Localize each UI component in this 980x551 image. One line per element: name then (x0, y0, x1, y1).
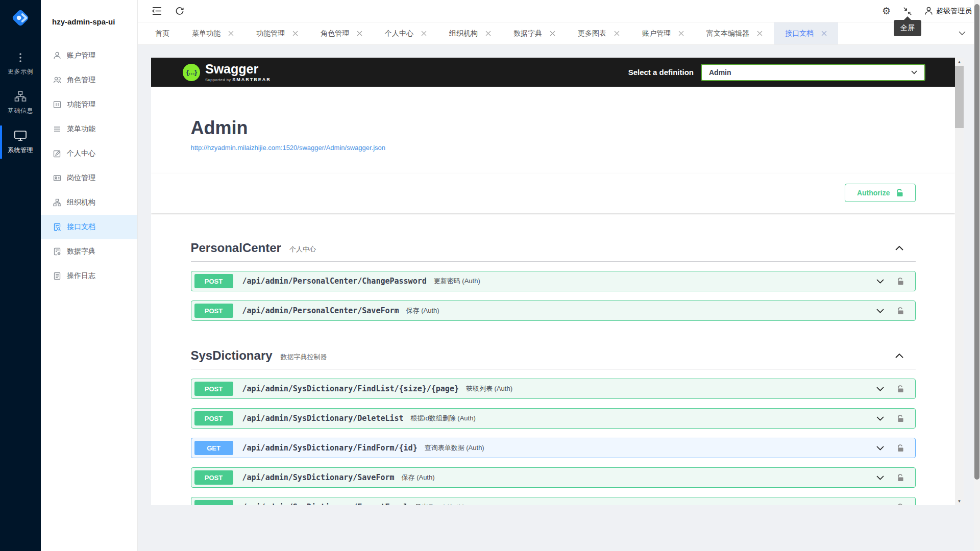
tab-label: 个人中心 (385, 29, 413, 38)
swagger-info: Admin http://hzyadmin.milaizhijie.com:15… (181, 87, 926, 152)
lock-icon[interactable] (897, 474, 904, 482)
sidebar-item-menus[interactable]: 菜单功能 (41, 117, 137, 141)
method-badge: POST (194, 304, 233, 318)
sidebar-item-label: 接口文档 (67, 222, 95, 232)
sidebar-item-accounts[interactable]: 账户管理 (41, 43, 137, 68)
left-rail: 更多示例 基础信息 系统管理 (0, 0, 41, 551)
endpoint-summary: 根据id数组删除 (Auth) (411, 414, 476, 423)
tab-more-charts[interactable]: 更多图表 (567, 22, 631, 44)
endpoint-row[interactable]: POST /api/admin/SysDictionary/ExportExce… (191, 497, 916, 505)
tab-close-icon[interactable] (821, 31, 827, 36)
lock-icon[interactable] (897, 444, 904, 452)
chevron-down-icon[interactable] (876, 475, 884, 480)
app-logo[interactable] (9, 6, 32, 30)
chevron-down-icon[interactable] (876, 279, 884, 284)
sidebar-item-label: 数据字典 (67, 247, 95, 256)
sidebar-item-personal-center[interactable]: 个人中心 (41, 141, 137, 166)
scroll-down-arrow-icon[interactable]: ▼ (955, 497, 964, 505)
endpoint-row[interactable]: GET /api/admin/SysDictionary/FindForm/{i… (191, 438, 916, 458)
swagger-logo-icon: {…} (183, 64, 200, 81)
tab-feature-mgmt[interactable]: 功能管理 (245, 22, 309, 44)
tab-close-icon[interactable] (357, 31, 362, 36)
sidebar-item-roles[interactable]: 角色管理 (41, 68, 137, 92)
endpoint-row[interactable]: POST /api/admin/PersonalCenter/SaveForm … (191, 300, 916, 321)
tab-personal-center[interactable]: 个人中心 (374, 22, 438, 44)
tab-close-icon[interactable] (228, 31, 234, 36)
sidebar-item-label: 组织机构 (67, 198, 95, 207)
window-scrollbar[interactable] (974, 0, 980, 551)
tab-menu-features[interactable]: 菜单功能 (181, 22, 245, 44)
window-scrollbar-thumb[interactable] (974, 4, 979, 480)
rail-group-basic-info[interactable]: 基础信息 (0, 83, 41, 122)
collapse-sidebar-icon[interactable] (152, 7, 162, 15)
doc-dict-icon (53, 247, 61, 256)
tag-description: 数据字典控制器 (281, 353, 327, 362)
tab-rich-text-editor[interactable]: 富文本编辑器 (695, 22, 774, 44)
lock-icon[interactable] (897, 307, 904, 315)
tag-header[interactable]: SysDictionary 数据字典控制器 (191, 348, 916, 369)
lock-icon[interactable] (897, 385, 904, 393)
sidebar-item-operation-logs[interactable]: 操作日志 (41, 264, 137, 288)
lock-icon[interactable] (897, 415, 904, 422)
authorize-button[interactable]: Authorize (845, 184, 916, 202)
chevron-down-icon[interactable] (876, 387, 884, 391)
refresh-icon[interactable] (175, 7, 184, 16)
tab-dictionary[interactable]: 数据字典 (502, 22, 567, 44)
lock-icon[interactable] (897, 504, 904, 506)
sidebar-item-organization[interactable]: 组织机构 (41, 190, 137, 215)
tab-label: 首页 (155, 29, 169, 38)
sidebar-item-dictionary[interactable]: 数据字典 (41, 239, 137, 264)
tag-name: PersonalCenter (191, 241, 281, 255)
sidebar-item-label: 功能管理 (67, 100, 95, 109)
tab-label: 功能管理 (256, 29, 285, 38)
fullscreen-toggle-icon[interactable]: 全屏 (903, 7, 912, 16)
endpoint-summary: 保存 (Auth) (406, 306, 439, 315)
rail-group-more-examples[interactable]: 更多示例 (0, 45, 41, 83)
chevron-up-icon[interactable] (895, 353, 916, 358)
tab-close-icon[interactable] (485, 31, 491, 36)
sidebar-item-features[interactable]: 功能管理 (41, 92, 137, 117)
scroll-up-arrow-icon[interactable]: ▲ (955, 58, 964, 66)
tab-api-docs[interactable]: 接口文档 (774, 22, 838, 44)
more-dots-icon (15, 52, 26, 63)
swagger-tagline: Supported by SMARTBEAR (205, 77, 271, 82)
tab-close-icon[interactable] (757, 31, 763, 36)
rail-group-system-mgmt[interactable]: 系统管理 (0, 122, 41, 162)
spec-url-link[interactable]: http://hzyadmin.milaizhijie.com:1520/swa… (191, 144, 386, 152)
endpoint-row[interactable]: POST /api/admin/SysDictionary/SaveForm 保… (191, 467, 916, 488)
tag-header[interactable]: PersonalCenter 个人中心 (191, 241, 916, 262)
tab-close-icon[interactable] (614, 31, 620, 36)
endpoint-path: /api/admin/SysDictionary/ExportExcel (242, 503, 408, 505)
endpoint-row[interactable]: POST /api/admin/SysDictionary/FindList/{… (191, 379, 916, 399)
chevron-down-icon[interactable] (876, 416, 884, 421)
tab-close-icon[interactable] (678, 31, 684, 36)
swagger-logo: {…} Swagger Supported by SMARTBEAR (183, 63, 271, 82)
sidebar: hzy-admin-spa-ui 账户管理 角色管理 功能管理 (41, 0, 138, 551)
tab-account-mgmt[interactable]: 账户管理 (631, 22, 695, 44)
chevron-up-icon[interactable] (895, 245, 916, 251)
chevron-down-icon[interactable] (876, 505, 884, 506)
tab-close-icon[interactable] (550, 31, 555, 36)
sidebar-item-api-docs[interactable]: 接口文档 (41, 215, 137, 239)
endpoint-row[interactable]: POST /api/admin/PersonalCenter/ChangePas… (191, 271, 916, 291)
iframe-scrollbar[interactable]: ▲ ▼ (955, 58, 964, 505)
tab-role-mgmt[interactable]: 角色管理 (309, 22, 374, 44)
endpoint-summary: 查询表单数据 (Auth) (425, 443, 484, 453)
sidebar-item-positions[interactable]: 岗位管理 (41, 166, 137, 190)
unlock-icon (896, 189, 903, 197)
tag-description: 个人中心 (289, 245, 316, 254)
settings-gear-icon[interactable]: ⚙ (882, 6, 891, 16)
tab-home[interactable]: 首页 (144, 22, 181, 44)
api-title: Admin (191, 117, 916, 139)
org-icon (53, 198, 61, 207)
user-menu[interactable]: 超级管理员 (924, 7, 972, 16)
tab-close-icon[interactable] (421, 31, 427, 36)
tab-organization[interactable]: 组织机构 (438, 22, 502, 44)
endpoint-row[interactable]: POST /api/admin/SysDictionary/DeleteList… (191, 408, 916, 429)
lock-icon[interactable] (897, 278, 904, 285)
definition-select[interactable]: Admin (701, 64, 925, 81)
iframe-scrollbar-thumb[interactable] (955, 66, 964, 128)
chevron-down-icon[interactable] (876, 446, 884, 450)
tab-close-icon[interactable] (292, 31, 298, 36)
chevron-down-icon[interactable] (876, 309, 884, 313)
